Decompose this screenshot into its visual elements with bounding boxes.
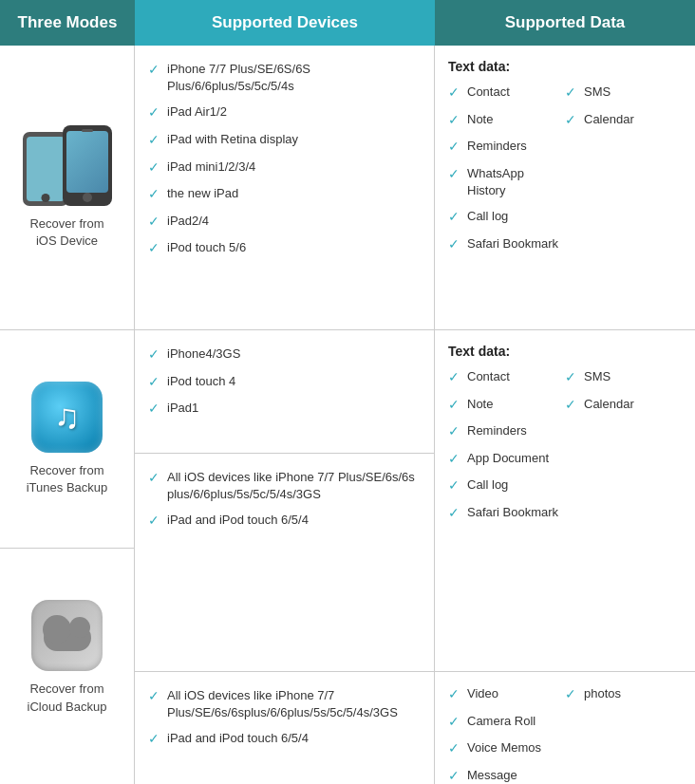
mode-icloud-label: Recover fromiCloud Backup bbox=[28, 681, 107, 715]
checkmark-icon: ✓ bbox=[148, 512, 160, 531]
list-item: ✓App Document bbox=[448, 450, 565, 469]
mode-itunes-label: Recover fromiTunes Backup bbox=[27, 462, 108, 496]
data-item-text: WhatsApp History bbox=[467, 165, 565, 199]
data-left-col: ✓Video ✓Camera Roll ✓Voice Memos ✓Messag… bbox=[448, 685, 565, 784]
list-item: ✓Call log bbox=[448, 208, 565, 227]
list-item: ✓Voice Memos bbox=[448, 739, 565, 758]
list-item: ✓ All iOS devices like iPhone 7/7 Plus/S… bbox=[148, 687, 421, 721]
data-right-col: ✓SMS ✓Calendar bbox=[565, 84, 682, 253]
data-item-text: Calendar bbox=[584, 111, 634, 128]
checkmark-icon: ✓ bbox=[565, 685, 576, 704]
list-item: ✓SMS bbox=[565, 368, 682, 387]
list-item: ✓Note bbox=[448, 396, 565, 415]
checkmark-icon: ✓ bbox=[148, 61, 160, 80]
checkmark-icon: ✓ bbox=[448, 208, 460, 227]
list-item: ✓ iPad mini1/2/3/4 bbox=[148, 159, 421, 177]
data-item-text: SMS bbox=[584, 84, 610, 101]
data-item-text: Calendar bbox=[584, 396, 634, 413]
list-item: ✓Message bbox=[448, 767, 565, 784]
checkmark-icon: ✓ bbox=[448, 739, 460, 758]
checkmark-icon: ✓ bbox=[148, 373, 160, 392]
mode-ios-device: Recover fromiOS Device bbox=[0, 46, 134, 330]
data-item-text: Note bbox=[467, 111, 493, 128]
data-section-2: Text data: ✓Contact ✓Note ✓Reminders ✓Ap… bbox=[435, 330, 695, 672]
list-item: ✓ iPad2/4 bbox=[148, 213, 421, 232]
list-item: ✓ All iOS devices like iPhone 7/7 Plus/S… bbox=[148, 469, 421, 503]
checkmark-icon: ✓ bbox=[148, 687, 160, 706]
devices-section-4: ✓ All iOS devices like iPhone 7/7 Plus/S… bbox=[135, 672, 434, 784]
devices-column: ✓ iPhone 7/7 Plus/SE/6S/6S Plus/6/6plus/… bbox=[135, 46, 435, 784]
mode-icloud-backup: Recover fromiCloud Backup bbox=[0, 549, 134, 767]
data-item-text: Camera Roll bbox=[467, 713, 535, 730]
data-right-col: ✓SMS ✓Calendar bbox=[565, 368, 682, 523]
devices-section-3: ✓ All iOS devices like iPhone 7/7 Plus/S… bbox=[135, 454, 434, 672]
checkmark-icon: ✓ bbox=[448, 396, 460, 415]
data-left-col: ✓Contact ✓Note ✓Reminders ✓App Document … bbox=[448, 368, 565, 523]
checkmark-icon: ✓ bbox=[448, 713, 460, 732]
list-item: ✓Reminders bbox=[448, 422, 565, 441]
devices-section-2: ✓ iPhone4/3GS ✓ iPod touch 4 ✓ iPad1 bbox=[135, 330, 434, 454]
data-item-text: App Document bbox=[467, 450, 549, 467]
data-item-text: Note bbox=[467, 396, 493, 413]
checkmark-icon: ✓ bbox=[448, 111, 460, 130]
data-item-text: Reminders bbox=[467, 138, 527, 155]
list-item: ✓ iPhone4/3GS bbox=[148, 345, 421, 364]
data-section-1: Text data: ✓Contact ✓Note ✓Reminders ✓Wh… bbox=[435, 46, 695, 330]
devices-header-label: Supported Devices bbox=[212, 13, 358, 31]
modes-header-label: Three Modes bbox=[18, 13, 118, 31]
mode-ios-label: Recover fromiOS Device bbox=[29, 215, 103, 250]
checkmark-icon: ✓ bbox=[148, 159, 160, 177]
list-item: ✓Safari Bookmark bbox=[448, 235, 565, 254]
device-item-text: iPad and iPod touch 6/5/4 bbox=[167, 730, 309, 747]
checkmark-icon: ✓ bbox=[148, 345, 160, 364]
checkmark-icon: ✓ bbox=[448, 235, 460, 254]
device-item-text: iPad1 bbox=[167, 400, 198, 417]
checkmark-icon: ✓ bbox=[448, 476, 460, 495]
device-item-text: iPod touch 4 bbox=[167, 373, 235, 390]
text-data-grid-3: ✓Video ✓Camera Roll ✓Voice Memos ✓Messag… bbox=[448, 685, 682, 784]
list-item: ✓ iPod touch 4 bbox=[148, 373, 421, 392]
checkmark-icon: ✓ bbox=[148, 730, 160, 749]
list-item: ✓Camera Roll bbox=[448, 713, 565, 732]
list-item: ✓ iPad with Retina display bbox=[148, 131, 421, 150]
data-item-text: Safari Bookmark bbox=[467, 504, 558, 521]
checkmark-icon: ✓ bbox=[148, 103, 160, 122]
text-data-title-1: Text data: bbox=[448, 59, 682, 74]
list-item: ✓ iPad Air1/2 bbox=[148, 103, 421, 122]
data-item-text: Call log bbox=[467, 208, 508, 225]
checkmark-icon: ✓ bbox=[448, 685, 460, 704]
text-data-grid-2: ✓Contact ✓Note ✓Reminders ✓App Document … bbox=[448, 368, 682, 523]
checkmark-icon: ✓ bbox=[448, 138, 460, 157]
list-item: ✓ iPad1 bbox=[148, 400, 421, 419]
content-area: Recover fromiOS Device Recover fromiTune… bbox=[0, 46, 695, 784]
list-item: ✓ iPad and iPod touch 6/5/4 bbox=[148, 730, 421, 749]
list-item: ✓Call log bbox=[448, 476, 565, 495]
data-right-col: ✓photos bbox=[565, 685, 682, 784]
device-item-text: iPod touch 5/6 bbox=[167, 239, 246, 256]
checkmark-icon: ✓ bbox=[148, 213, 160, 232]
icloud-inner-circle bbox=[69, 617, 90, 638]
icloud-icon bbox=[31, 600, 103, 671]
header-row: Three Modes Supported Devices Supported … bbox=[0, 0, 695, 46]
list-item: ✓Contact bbox=[448, 84, 565, 103]
itunes-icon bbox=[31, 382, 103, 453]
device-item-text: the new iPad bbox=[167, 185, 238, 202]
checkmark-icon: ✓ bbox=[448, 422, 460, 441]
device-item-text: iPad and iPod touch 6/5/4 bbox=[167, 512, 309, 529]
list-item: ✓Calendar bbox=[565, 396, 682, 415]
checkmark-icon: ✓ bbox=[448, 368, 460, 387]
list-item: ✓Calendar bbox=[565, 111, 682, 130]
checkmark-icon: ✓ bbox=[148, 131, 160, 150]
data-item-text: Message bbox=[467, 767, 517, 784]
checkmark-icon: ✓ bbox=[448, 504, 460, 523]
data-item-text: Voice Memos bbox=[467, 739, 541, 756]
data-item-text: Contact bbox=[467, 84, 510, 101]
text-data-title-2: Text data: bbox=[448, 344, 682, 359]
data-item-text: Video bbox=[467, 685, 498, 702]
device-item-text: iPhone4/3GS bbox=[167, 345, 240, 363]
list-item: ✓SMS bbox=[565, 84, 682, 103]
checkmark-icon: ✓ bbox=[148, 469, 160, 488]
list-item: ✓ the new iPad bbox=[148, 185, 421, 204]
iphone-image-container bbox=[23, 125, 112, 206]
checkmark-icon: ✓ bbox=[565, 84, 576, 103]
